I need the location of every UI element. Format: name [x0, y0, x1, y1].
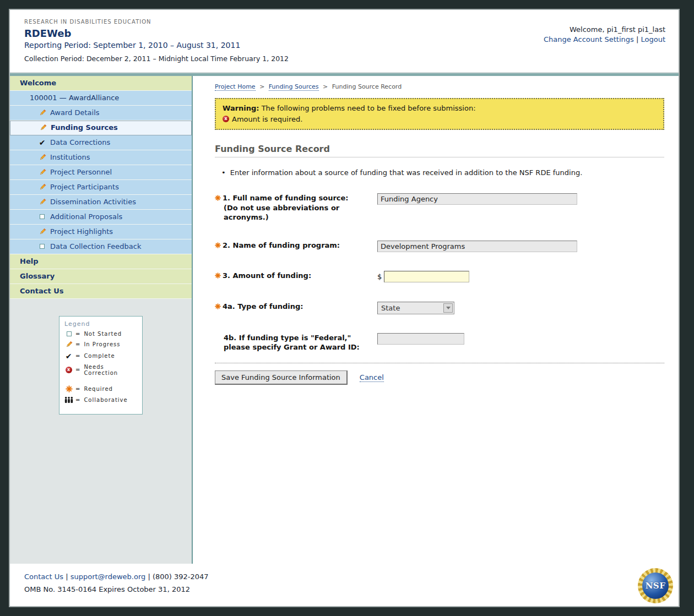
needs-correction-icon: x	[64, 367, 73, 373]
field-label: 3. Amount of funding:	[223, 271, 311, 280]
form-row-amount: 3. Amount of funding: $	[215, 271, 664, 283]
pencil-icon	[37, 154, 47, 161]
legend: Legend = Not Started = In Progress ✔ = C…	[59, 316, 143, 415]
bullet: •	[221, 168, 226, 177]
error-icon: x	[223, 116, 229, 122]
warning-banner: Warning: The following problems need to …	[215, 98, 664, 130]
logout-link[interactable]: Logout	[641, 35, 665, 43]
dollar-prefix: $	[377, 271, 382, 283]
header-left: RESEARCH IN DISABILITIES EDUCATION RDEWe…	[24, 19, 289, 68]
brand-tagline: RESEARCH IN DISABILITIES EDUCATION	[24, 19, 289, 25]
legend-item-not-started: = Not Started	[64, 331, 137, 337]
pencil-icon	[37, 168, 47, 176]
legend-title: Legend	[64, 320, 137, 328]
page-title: Funding Source Record	[215, 144, 664, 157]
field-label: 1. Full name of funding source:	[223, 194, 349, 202]
legend-item-required: = Required	[64, 385, 137, 393]
nsf-logo-text: NSF	[642, 573, 669, 599]
warning-label: Warning:	[223, 104, 259, 112]
sidebar-item-dissemination-activities[interactable]: Dissemination Activities	[10, 195, 192, 210]
main-content: Project Home > Funding Sources > Funding…	[193, 76, 679, 564]
sidebar-item-contact-us[interactable]: Contact Us	[10, 284, 192, 299]
field-sublabel: (Do not use abbreviations or acronyms.)	[224, 204, 339, 221]
not-started-icon	[37, 214, 47, 219]
grant-id-input[interactable]	[377, 333, 464, 345]
collection-period: Collection Period: December 2, 2011 – Mi…	[24, 54, 289, 63]
page-footer: Contact Us | support@rdeweb.org | (800) …	[10, 564, 679, 606]
sidebar-nav: Welcome 100001 — AwardAlliance Award Det…	[10, 76, 192, 299]
required-icon	[215, 194, 223, 203]
change-account-settings-link[interactable]: Change Account Settings	[544, 35, 634, 43]
funding-source-name-input[interactable]	[377, 193, 577, 205]
chevron-down-icon	[443, 303, 453, 313]
sidebar-item-project-highlights[interactable]: Project Highlights	[10, 225, 192, 239]
footer-phone: (800) 392-2047	[153, 573, 209, 581]
legend-item-needs-correction: x = Needs Correction	[64, 364, 137, 376]
pencil-icon	[37, 109, 47, 117]
sidebar-item-institutions[interactable]: Institutions	[10, 150, 192, 165]
breadcrumb-project-home-link[interactable]: Project Home	[215, 83, 256, 91]
pencil-icon	[64, 341, 73, 348]
pencil-icon	[37, 228, 47, 236]
welcome-text: Welcome, pi1_first pi1_last	[544, 25, 665, 34]
footer-contact-us-link[interactable]: Contact Us	[24, 573, 63, 581]
warning-error-item: Amount is required.	[232, 115, 302, 123]
not-started-icon	[37, 244, 47, 249]
breadcrumb-current: Funding Source Record	[332, 83, 402, 90]
sidebar-item-data-collection-feedback[interactable]: Data Collection Feedback	[10, 239, 192, 254]
app-window: RESEARCH IN DISABILITIES EDUCATION RDEWe…	[9, 9, 680, 607]
sidebar-item-award-details[interactable]: Award Details	[10, 106, 192, 121]
amount-input[interactable]	[384, 271, 469, 282]
funding-type-select[interactable]: State	[377, 302, 454, 314]
sidebar-item-additional-proposals[interactable]: Additional Proposals	[10, 210, 192, 225]
breadcrumb-funding-sources-link[interactable]: Funding Sources	[269, 83, 319, 91]
header-divider	[10, 72, 679, 76]
sidebar-item-data-corrections[interactable]: ✔ Data Corrections	[10, 135, 192, 150]
funding-source-form: 1. Full name of funding source: (Do not …	[215, 193, 664, 385]
form-row-funding-source-name: 1. Full name of funding source: (Do not …	[215, 193, 664, 222]
footer-email-link[interactable]: support@rdeweb.org	[71, 573, 146, 581]
sidebar: Welcome 100001 — AwardAlliance Award Det…	[10, 76, 193, 564]
form-row-funding-type: 4a. Type of funding: State	[215, 302, 664, 314]
field-sublabel: please specify Grant or Award ID:	[224, 343, 360, 351]
form-row-grant-id: 4b. If funding type is "Federal," please…	[215, 333, 664, 352]
nsf-logo: NSF	[638, 568, 673, 603]
cancel-link[interactable]: Cancel	[360, 373, 384, 382]
header-links-separator: |	[636, 35, 638, 43]
reporting-period: Reporting Period: September 1, 2010 – Au…	[24, 41, 289, 50]
sidebar-item-help[interactable]: Help	[10, 254, 192, 269]
required-icon	[215, 271, 223, 281]
check-icon: ✔	[64, 352, 73, 360]
sidebar-item-glossary[interactable]: Glossary	[10, 269, 192, 284]
page-header: RESEARCH IN DISABILITIES EDUCATION RDEWe…	[10, 10, 679, 72]
legend-item-complete: ✔ = Complete	[64, 352, 137, 360]
pencil-icon	[37, 183, 47, 191]
field-label: 2. Name of funding program:	[223, 241, 340, 249]
sidebar-item-project-participants[interactable]: Project Participants	[10, 180, 192, 195]
save-funding-source-button[interactable]: Save Funding Source Information	[215, 370, 348, 385]
sidebar-item-award-alliance[interactable]: 100001 — AwardAlliance	[10, 91, 192, 106]
required-icon	[64, 385, 73, 393]
legend-item-in-progress: = In Progress	[64, 341, 137, 348]
form-row-funding-program: 2. Name of funding program:	[215, 241, 664, 252]
form-separator	[215, 363, 664, 363]
form-instruction: • Enter information about a source of fu…	[221, 168, 664, 177]
sidebar-item-funding-sources[interactable]: Funding Sources	[10, 121, 192, 135]
field-label: 4a. Type of funding:	[223, 302, 303, 310]
required-icon	[215, 241, 223, 250]
header-right: Welcome, pi1_first pi1_last Change Accou…	[544, 19, 665, 68]
sidebar-item-project-personnel[interactable]: Project Personnel	[10, 165, 192, 180]
required-icon	[215, 302, 223, 312]
breadcrumb: Project Home > Funding Sources > Funding…	[215, 83, 664, 90]
pencil-icon	[37, 198, 47, 206]
app-title: RDEWeb	[24, 28, 289, 39]
field-label: 4b. If funding type is "Federal,"	[224, 334, 351, 342]
footer-omb: OMB No. 3145-0164 Expires October 31, 20…	[24, 585, 679, 593]
collaborative-icon	[64, 396, 73, 404]
sidebar-item-welcome[interactable]: Welcome	[10, 76, 192, 91]
check-icon: ✔	[37, 139, 47, 146]
legend-item-collaborative: = Collaborative	[64, 396, 137, 404]
not-started-icon	[64, 331, 73, 336]
funding-program-input[interactable]	[377, 241, 577, 252]
pencil-icon	[38, 124, 47, 132]
